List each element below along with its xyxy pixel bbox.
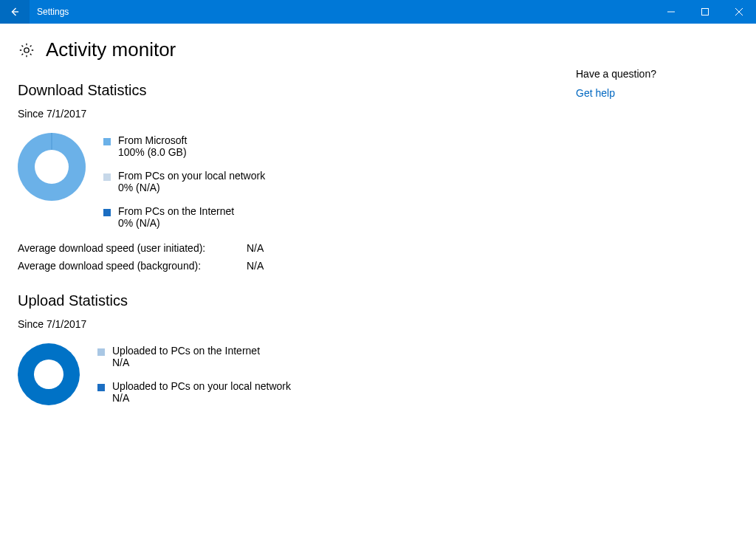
download-heading: Download Statistics <box>18 82 567 99</box>
download-legend: From Microsoft 100% (8.0 GB) From PCs on… <box>103 133 265 229</box>
legend-swatch <box>103 209 111 216</box>
legend-swatch <box>103 138 111 145</box>
upload-heading: Upload Statistics <box>18 292 567 309</box>
main-content: Activity monitor Download Statistics Sin… <box>18 38 567 419</box>
maximize-icon <box>701 8 709 16</box>
get-help-link[interactable]: Get help <box>576 87 738 99</box>
legend-swatch <box>97 348 105 356</box>
speed-row: Average download speed (background): N/A <box>18 260 567 272</box>
download-speed-table: Average download speed (user initiated):… <box>18 242 567 272</box>
legend-swatch <box>103 173 111 181</box>
legend-label: Uploaded to PCs on your local network <box>112 380 291 392</box>
legend-item: Uploaded to PCs on the Internet N/A <box>97 345 291 368</box>
help-sidebar: Have a question? Get help <box>567 38 738 419</box>
upload-donut-chart <box>18 343 80 405</box>
svg-rect-1 <box>702 9 709 16</box>
download-donut-chart <box>18 133 86 201</box>
page-title: Activity monitor <box>46 38 176 61</box>
help-question: Have a question? <box>576 68 738 80</box>
speed-label: Average download speed (user initiated): <box>18 242 247 254</box>
legend-item: From PCs on the Internet 0% (N/A) <box>103 205 265 229</box>
legend-label: From Microsoft <box>118 134 187 146</box>
close-button[interactable] <box>722 0 756 24</box>
speed-value: N/A <box>247 260 264 272</box>
legend-swatch <box>97 384 105 391</box>
upload-legend: Uploaded to PCs on the Internet N/A Uplo… <box>97 343 291 404</box>
speed-row: Average download speed (user initiated):… <box>18 242 567 254</box>
speed-label: Average download speed (background): <box>18 260 247 272</box>
maximize-button[interactable] <box>688 0 722 24</box>
legend-label: Uploaded to PCs on the Internet <box>112 345 260 357</box>
titlebar-spacer <box>69 0 654 24</box>
back-button[interactable] <box>0 0 30 24</box>
legend-label: From PCs on your local network <box>118 170 265 182</box>
legend-item: From Microsoft 100% (8.0 GB) <box>103 134 265 158</box>
legend-value: 0% (N/A) <box>118 182 265 193</box>
arrow-left-icon <box>9 6 21 18</box>
minimize-icon <box>667 8 675 16</box>
svg-point-4 <box>24 47 29 52</box>
legend-item: From PCs on your local network 0% (N/A) <box>103 170 265 193</box>
close-icon <box>735 8 743 16</box>
speed-value: N/A <box>247 242 264 254</box>
window-titlebar: Settings <box>0 0 756 24</box>
upload-since: Since 7/1/2017 <box>18 318 567 330</box>
window-title: Settings <box>30 0 69 24</box>
gear-icon <box>18 41 35 59</box>
legend-value: 0% (N/A) <box>118 217 234 229</box>
download-since: Since 7/1/2017 <box>18 108 567 120</box>
legend-item: Uploaded to PCs on your local network N/… <box>97 380 291 404</box>
legend-value: N/A <box>112 392 291 404</box>
minimize-button[interactable] <box>654 0 688 24</box>
legend-label: From PCs on the Internet <box>118 205 234 217</box>
legend-value: 100% (8.0 GB) <box>118 146 187 158</box>
legend-value: N/A <box>112 357 260 368</box>
